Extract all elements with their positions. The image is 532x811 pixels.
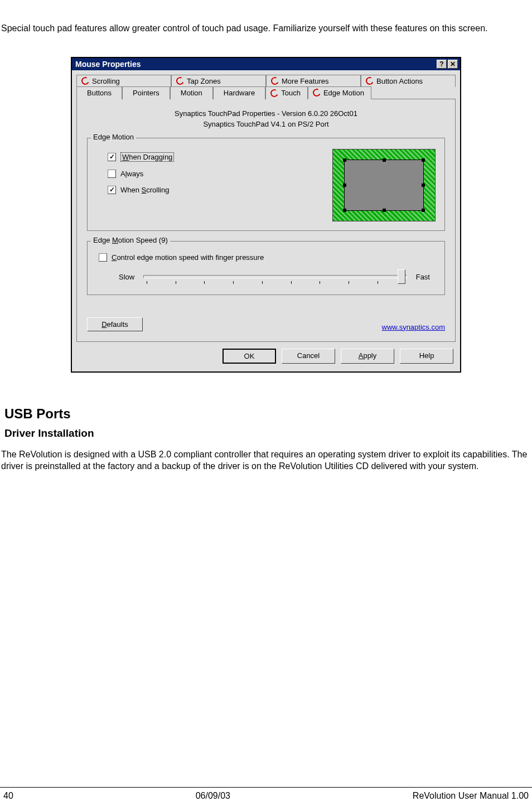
tab-label: Pointers (133, 89, 159, 97)
tab-tap-zones[interactable]: Tap Zones (171, 75, 266, 87)
tab-touch[interactable]: Touch (265, 86, 308, 99)
tab-hardware[interactable]: Hardware (213, 86, 265, 99)
group-edge-motion: Edge Motion When Dragging Always (87, 138, 445, 231)
speed-slider[interactable] (143, 275, 407, 278)
synaptics-icon (365, 76, 375, 86)
synaptics-icon (175, 76, 185, 86)
help-icon[interactable]: ? (437, 60, 447, 69)
tab-label: More Features (282, 77, 329, 85)
tab-label: Edge Motion (323, 89, 364, 97)
checkbox-when-scrolling[interactable] (108, 186, 116, 194)
tab-more-features[interactable]: More Features (266, 75, 361, 87)
cancel-button[interactable]: Cancel (282, 349, 335, 364)
synaptics-link[interactable]: www.synaptics.com (382, 323, 445, 331)
checkbox-always[interactable] (108, 170, 116, 178)
tab-label: Tap Zones (187, 77, 221, 85)
tab-buttons[interactable]: Buttons (76, 86, 122, 99)
titlebar: Mouse Properties ? ✕ (72, 58, 460, 70)
tab-label: Scrolling (92, 77, 120, 85)
window-title: Mouse Properties (75, 60, 141, 69)
footer-date: 06/09/03 (196, 791, 230, 801)
group-label: Edge Motion (91, 133, 136, 141)
tab-label: Touch (281, 89, 301, 97)
checkbox-label: When Dragging (120, 152, 174, 162)
driver-paragraph: The ReVolution is designed with a USB 2.… (1, 448, 529, 472)
tab-pointers[interactable]: Pointers (122, 86, 170, 99)
intro-text: Special touch pad features allow greater… (1, 22, 529, 35)
ok-button[interactable]: OK (223, 349, 276, 364)
help-button[interactable]: Help (400, 349, 453, 364)
usb-ports-heading: USB Ports (4, 406, 532, 422)
synaptics-icon (312, 88, 322, 98)
page-footer: 40 06/09/03 ReVolution User Manual 1.00 (0, 787, 532, 801)
touchpad-preview (332, 149, 436, 221)
close-icon[interactable]: ✕ (448, 60, 458, 69)
version-line: Synaptics TouchPad Properties - Version … (87, 108, 445, 119)
checkbox-when-dragging[interactable] (108, 153, 116, 161)
checkbox-finger-pressure[interactable] (99, 253, 107, 262)
checkbox-label: Control edge motion speed with finger pr… (112, 253, 264, 262)
group-edge-motion-speed: Edge Motion Speed (9) Control edge motio… (87, 241, 445, 295)
tab-label: Buttons (87, 89, 112, 97)
synaptics-icon (269, 88, 279, 98)
device-line: Synaptics TouchPad V4.1 on PS/2 Port (87, 119, 445, 130)
tab-button-actions[interactable]: Button Actions (361, 75, 456, 87)
checkbox-label: Always (120, 170, 143, 178)
defaults-button[interactable]: Defaults (87, 317, 143, 331)
tab-label: Hardware (224, 89, 255, 97)
slider-fast-label: Fast (416, 273, 430, 281)
synaptics-icon (80, 76, 90, 86)
tab-label: Motion (181, 89, 202, 97)
checkbox-label: When Scrolling (120, 186, 169, 194)
tab-label: Button Actions (376, 77, 423, 85)
page-number: 40 (3, 791, 13, 801)
tab-motion[interactable]: Motion (170, 86, 213, 99)
driver-install-heading: Driver Installation (4, 427, 532, 440)
footer-doc-title: ReVolution User Manual 1.00 (413, 791, 529, 801)
tab-scrolling[interactable]: Scrolling (76, 75, 171, 87)
tab-panel-edge-motion: Synaptics TouchPad Properties - Version … (76, 99, 456, 342)
apply-button[interactable]: Apply (341, 349, 394, 364)
tab-edge-motion[interactable]: Edge Motion (308, 86, 371, 99)
slider-slow-label: Slow (119, 273, 134, 281)
slider-thumb[interactable] (398, 269, 405, 284)
group-label: Edge Motion Speed (9) (91, 236, 170, 244)
mouse-properties-window: Mouse Properties ? ✕ Scrolling Tap Zones… (71, 57, 461, 373)
synaptics-icon (270, 76, 280, 86)
